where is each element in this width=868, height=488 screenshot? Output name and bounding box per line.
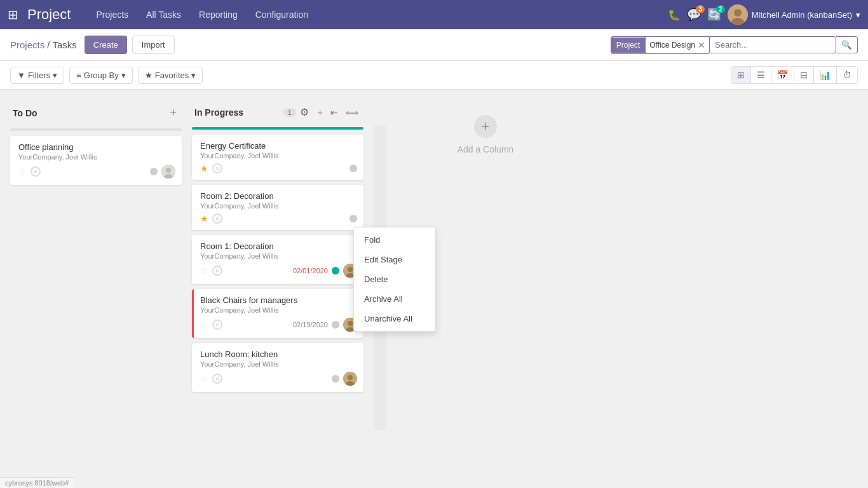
card-office-planning[interactable]: Office planning YourCompany, Joel Willis…	[10, 136, 182, 185]
search-button[interactable]: 🔍	[836, 36, 858, 53]
card-subtitle: YourCompany, Joel Willis	[200, 306, 357, 314]
card-energy-certificate[interactable]: Energy Certificate YourCompany, Joel Wil…	[192, 135, 363, 180]
card-room2-decoration[interactable]: Room 2: Decoration YourCompany, Joel Wil…	[192, 185, 363, 230]
filters-dropdown-icon: ▾	[53, 71, 57, 80]
filter-tag-text: Office Design	[649, 41, 695, 50]
column-todo-add[interactable]: +	[167, 105, 179, 121]
column-settings-button[interactable]: ⚙	[296, 105, 313, 119]
svg-point-7	[348, 267, 353, 272]
svg-point-1	[734, 9, 742, 17]
nav-reporting[interactable]: Reporting	[191, 4, 245, 25]
subheader-actions: Create Import	[85, 36, 175, 54]
filter-tag-value: Office Design ✕	[645, 37, 709, 53]
nav-all-tasks[interactable]: All Tasks	[139, 4, 189, 25]
group-by-dropdown-icon: ▾	[121, 71, 126, 80]
card-subtitle: YourCompany, Joel Willis	[200, 252, 357, 260]
updates-icon[interactable]: 🔄 2	[707, 8, 721, 22]
add-column-button[interactable]: +	[474, 115, 497, 138]
context-menu-unarchive-all[interactable]: Unarchive All	[354, 309, 435, 329]
filter-tag-close-icon[interactable]: ✕	[698, 40, 705, 50]
breadcrumb: Projects / Tasks	[10, 39, 77, 50]
card-subtitle: YourCompany, Joel Willis	[200, 152, 357, 159]
view-list[interactable]: ☰	[751, 67, 771, 83]
nav-configuration[interactable]: Configuration	[248, 4, 316, 25]
context-menu-delete[interactable]: Delete	[354, 269, 435, 289]
column-todo-title: To Do	[13, 108, 167, 118]
star-icon: ★	[145, 71, 153, 80]
topnav-icons: 🐛 💬 3 🔄 2 Mitchell Admin (kanbanSet) ▾	[668, 4, 860, 25]
status-bar: cybrosys:8018/web#	[0, 477, 74, 485]
column-fold-btn[interactable]: ⇤	[328, 106, 341, 119]
messages-icon[interactable]: 💬 3	[687, 8, 701, 22]
column-todo-progress	[10, 128, 182, 131]
group-icon: ≡	[76, 71, 81, 80]
subheader: Projects / Tasks Create Import Project O…	[0, 29, 868, 61]
card-lunch-room[interactable]: Lunch Room: kitchen YourCompany, Joel Wi…	[192, 343, 363, 392]
card-star-icon[interactable]: ★	[200, 163, 208, 173]
user-menu[interactable]: Mitchell Admin (kanbanSet) ▾	[728, 4, 860, 25]
search-input[interactable]	[709, 36, 836, 53]
column-more-btn[interactable]: ⟺	[343, 106, 361, 119]
card-star-icon[interactable]: ☆	[200, 374, 208, 384]
context-menu-fold[interactable]: Fold	[354, 230, 435, 250]
group-by-button[interactable]: ≡ Group By ▾	[69, 67, 133, 84]
nav-projects[interactable]: Projects	[88, 4, 136, 25]
card-status-circle[interactable]: ○	[212, 320, 222, 330]
favorites-button[interactable]: ★ Favorites ▾	[138, 67, 203, 84]
card-status-circle[interactable]: ○	[212, 266, 222, 276]
context-menu-archive-all[interactable]: Archive All	[354, 289, 435, 309]
card-title: Room 1: Decoration	[200, 241, 357, 251]
card-status-circle[interactable]: ○	[212, 214, 222, 224]
view-activity[interactable]: ⏱	[837, 67, 857, 83]
card-footer: ★ ○	[200, 163, 357, 173]
view-kanban[interactable]: ⊞	[731, 67, 751, 83]
card-status-circle[interactable]: ○	[31, 166, 41, 177]
view-calendar[interactable]: 📅	[771, 67, 794, 83]
context-menu-edit-stage[interactable]: Edit Stage	[354, 250, 435, 269]
view-pivot[interactable]: ⊟	[794, 67, 814, 83]
card-status-dot	[332, 321, 339, 329]
card-title: Room 2: Decoration	[200, 191, 357, 201]
status-url: cybrosys:8018/web#	[5, 479, 69, 485]
toolbar: ▼ Filters ▾ ≡ Group By ▾ ★ Favorites ▾ ⊞…	[0, 61, 868, 90]
breadcrumb-projects[interactable]: Projects	[10, 39, 44, 50]
search-filter: Project Office Design ✕ 🔍	[611, 36, 858, 54]
card-avatar	[343, 372, 357, 386]
debug-icon[interactable]: 🐛	[668, 9, 681, 21]
card-black-chairs[interactable]: Black Chairs for managers YourCompany, J…	[192, 289, 363, 338]
app-title: Project	[27, 6, 71, 23]
svg-point-13	[348, 375, 353, 380]
column-inprogress-title: In Progress	[194, 107, 280, 118]
svg-point-10	[348, 321, 353, 326]
view-graph[interactable]: 📊	[814, 67, 837, 83]
card-date: 02/01/2020	[293, 267, 328, 274]
card-footer: ☆ ○ 02/01/2020	[200, 264, 357, 278]
import-button[interactable]: Import	[132, 36, 175, 54]
card-star-icon[interactable]: ★	[200, 214, 208, 224]
card-subtitle: YourCompany, Joel Willis	[200, 202, 357, 210]
column-todo: To Do + Office planning YourCompany, Joe…	[10, 100, 182, 190]
view-switcher: ⊞ ☰ 📅 ⊟ 📊 ⏱	[731, 66, 858, 84]
card-title: Office planning	[18, 142, 175, 152]
card-status-circle[interactable]: ○	[212, 374, 222, 384]
filter-icon: ▼	[17, 71, 25, 80]
create-button[interactable]: Create	[85, 36, 127, 54]
card-subtitle: YourCompany, Joel Willis	[18, 153, 175, 161]
column-add-btn[interactable]: +	[315, 106, 325, 119]
card-room1-decoration[interactable]: Room 1: Decoration YourCompany, Joel Wil…	[192, 235, 363, 284]
add-column-label: Add a Column	[458, 144, 514, 154]
card-status-circle[interactable]: ○	[212, 163, 222, 173]
card-star-icon[interactable]: ☆	[18, 166, 27, 177]
context-menu: Fold Edit Stage Delete Archive All Unarc…	[353, 227, 436, 332]
favorites-dropdown-icon: ▾	[191, 71, 196, 80]
card-star-icon[interactable]: ☆	[200, 320, 208, 330]
card-date: 02/19/2020	[293, 321, 328, 329]
card-title: Energy Certificate	[200, 141, 357, 151]
column-inprogress-count: 1	[283, 108, 296, 117]
column-todo-header: To Do +	[10, 100, 182, 126]
column-inprogress-progress	[192, 127, 363, 130]
filters-button[interactable]: ▼ Filters ▾	[10, 67, 64, 84]
card-star-icon[interactable]: ☆	[200, 266, 208, 276]
topnav: ⊞ Project Projects All Tasks Reporting C…	[0, 0, 868, 29]
app-menu-icon[interactable]: ⊞	[8, 7, 18, 22]
